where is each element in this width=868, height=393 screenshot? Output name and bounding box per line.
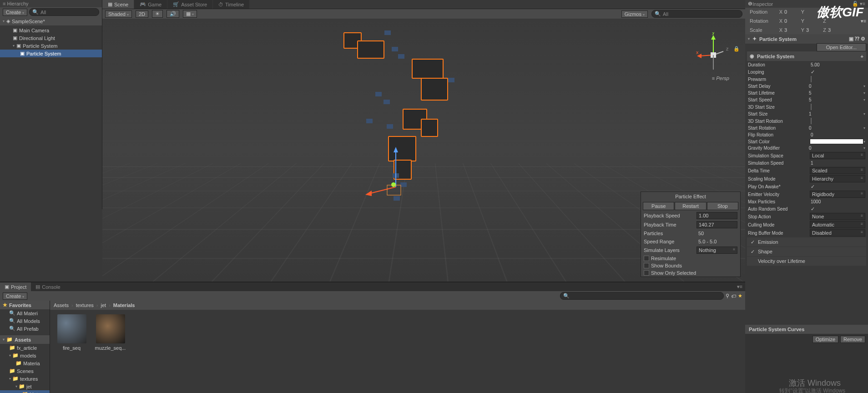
pause-button[interactable]: Pause <box>643 202 674 210</box>
start-delay-field[interactable]: 0 <box>808 83 863 89</box>
curves-header[interactable]: Particle System Curves <box>745 325 868 334</box>
folder-models[interactable]: ▾📁models <box>0 352 50 359</box>
hierarchy-item-main-camera[interactable]: ▣Main Camera <box>0 26 102 34</box>
curves-area[interactable]: Optimize Remove <box>745 334 868 393</box>
start-rotation-field[interactable]: 0 <box>808 125 863 131</box>
folder-scenes[interactable]: 📁Scenes <box>0 367 50 375</box>
open-editor-button[interactable]: Open Editor... <box>817 43 866 51</box>
tab-console[interactable]: ▤Console <box>31 282 65 291</box>
stop-button[interactable]: Stop <box>707 202 738 210</box>
favorite-all-models[interactable]: 🔍All Models <box>0 317 50 325</box>
gizmos-dropdown[interactable]: Gizmos ▾ <box>621 10 648 18</box>
module-emission[interactable]: ✓Emission <box>747 237 866 247</box>
hierarchy-search[interactable]: 🔍All <box>29 8 99 16</box>
culling-mode-dropdown[interactable]: Automatic≡ <box>810 221 865 228</box>
asset-fire-seq[interactable]: fire_seq <box>55 314 89 393</box>
start-size-field[interactable]: 1 <box>808 111 863 117</box>
transform-gizmo[interactable] <box>362 141 416 201</box>
gravity-modifier-field[interactable]: 0 <box>808 145 863 151</box>
tab-scene[interactable]: ▦Scene <box>102 0 134 9</box>
simulate-layers-dropdown[interactable]: Nothing ≡ <box>696 247 737 254</box>
component-help-icon[interactable]: ▣ ⁇ ⚙ <box>849 36 865 42</box>
folder-textures[interactable]: ▾📁textures <box>0 375 50 383</box>
project-create-button[interactable]: Create ▾ <box>3 292 27 300</box>
emitter-velocity-dropdown[interactable]: Rigidbody≡ <box>810 191 865 198</box>
asset-muzzle-seq[interactable]: muzzle_seq... <box>93 314 127 393</box>
fx-toggle[interactable]: ▦ ▾ <box>183 10 197 18</box>
max-particles-field[interactable]: 1000 <box>810 199 865 205</box>
lock-icon[interactable]: 🔓 ▾≡ <box>852 1 865 7</box>
show-bounds-checkbox[interactable] <box>644 263 649 268</box>
flip-rotation-field[interactable]: 0 <box>810 132 865 138</box>
start-lifetime-field[interactable]: 5 <box>808 90 863 96</box>
auto-random-seed-checkbox[interactable]: ✓ <box>811 206 815 212</box>
2d-toggle[interactable]: 2D <box>136 10 148 18</box>
start-speed-field[interactable]: 5 <box>808 97 863 103</box>
favorite-all-prefabs[interactable]: 🔍All Prefab <box>0 325 50 333</box>
play-on-awake-checkbox[interactable]: ✓ <box>811 184 815 189</box>
add-icon[interactable]: + <box>861 54 863 59</box>
hierarchy-item-directional-light[interactable]: ▣Directional Light <box>0 34 102 42</box>
folder-materials-jet[interactable]: 📁Mate <box>0 390 50 393</box>
folder-fx-article[interactable]: 📁fx_article <box>0 344 50 352</box>
scale-x-field[interactable]: 3 <box>784 27 798 33</box>
3d-start-rotation-checkbox[interactable] <box>811 118 812 124</box>
scene-search[interactable]: 🔍All <box>651 10 742 18</box>
delta-time-dropdown[interactable]: Scaled≡ <box>810 167 865 174</box>
resimulate-checkbox[interactable] <box>644 256 649 261</box>
hierarchy-item-particle-system[interactable]: ▾▣Particle System <box>0 42 102 50</box>
filter-icon[interactable]: ⚲ <box>726 293 729 299</box>
playback-speed-field[interactable]: 1.00 <box>696 212 737 219</box>
3d-start-size-checkbox[interactable] <box>811 104 812 110</box>
ring-buffer-dropdown[interactable]: Disabled≡ <box>810 229 865 237</box>
hierarchy-create-button[interactable]: Create ▾ <box>3 9 27 16</box>
particle-system-component-header[interactable]: ▾✦ Particle System ▣ ⁇ ⚙ <box>745 34 868 44</box>
audio-toggle[interactable]: 🔊 <box>167 10 179 18</box>
rotation-x-field[interactable]: 0 <box>784 18 798 24</box>
duration-field[interactable]: 5.00 <box>810 62 865 68</box>
shading-mode-dropdown[interactable]: Shaded ▾ <box>105 10 132 18</box>
scene-viewport[interactable]: y x z 🔒 ≡ Persp Particle Effect Pause Re… <box>102 19 745 282</box>
folder-jet[interactable]: ▾📁jet <box>0 383 50 390</box>
lock-icon[interactable]: 🔒 <box>733 46 740 52</box>
module-shape[interactable]: ✓Shape <box>747 247 866 256</box>
remove-button[interactable]: Remove <box>840 336 865 343</box>
optimize-button[interactable]: Optimize <box>812 336 838 343</box>
assets-header[interactable]: ▾📁Assets <box>0 335 50 344</box>
module-main[interactable]: ◉ Particle System + <box>747 51 866 61</box>
module-velocity-over-lifetime[interactable]: Velocity over Lifetime <box>747 257 866 266</box>
favorites-header[interactable]: ★Favorites <box>0 301 50 309</box>
scale-y-field[interactable]: 3 <box>806 27 820 33</box>
breadcrumb-jet[interactable]: jet <box>101 302 106 308</box>
tab-timeline[interactable]: ⏱Timeline <box>213 0 249 9</box>
position-x-field[interactable]: 0 <box>784 9 798 15</box>
stop-action-dropdown[interactable]: None≡ <box>810 213 865 220</box>
folder-materials[interactable]: 📁Materia <box>0 359 50 367</box>
favorite-icon[interactable]: ★ <box>738 293 742 299</box>
scene-menu-icon[interactable]: ▾≡ <box>861 18 866 24</box>
breadcrumb-assets[interactable]: Assets <box>54 302 69 308</box>
scaling-mode-dropdown[interactable]: Hierarchy≡ <box>810 175 865 182</box>
favorite-all-materials[interactable]: 🔍All Materi <box>0 309 50 317</box>
tab-asset-store[interactable]: 🛒Asset Store <box>167 0 212 9</box>
lighting-toggle[interactable]: ☀ <box>152 10 163 18</box>
looping-checkbox[interactable]: ✓ <box>811 69 815 75</box>
breadcrumb-materials[interactable]: Materials <box>113 302 135 308</box>
label-icon[interactable]: 🏷 <box>731 293 736 299</box>
projection-label[interactable]: ≡ Persp <box>712 76 729 81</box>
simulation-speed-field[interactable]: 1 <box>810 160 865 166</box>
scale-z-field[interactable]: 3 <box>828 27 842 33</box>
hierarchy-item-particle-system-child[interactable]: ▣Particle System <box>0 50 102 57</box>
project-search[interactable]: 🔍 <box>560 292 724 300</box>
panel-menu-icon[interactable]: ▾≡ <box>734 282 745 291</box>
restart-button[interactable]: Restart <box>675 202 706 210</box>
breadcrumb-textures[interactable]: textures <box>76 302 94 308</box>
orientation-gizmo[interactable]: y x z <box>695 32 732 78</box>
prewarm-checkbox[interactable] <box>811 76 812 82</box>
show-only-selected-checkbox[interactable] <box>644 270 649 276</box>
tab-project[interactable]: ▣Project <box>0 282 31 291</box>
simulation-space-dropdown[interactable]: Local≡ <box>810 152 865 159</box>
hierarchy-scene-header[interactable]: ▾ ◈ SampleScene* ▾≡ <box>0 17 102 25</box>
tab-game[interactable]: 🎮Game <box>134 0 167 9</box>
start-color-field[interactable] <box>810 139 863 144</box>
